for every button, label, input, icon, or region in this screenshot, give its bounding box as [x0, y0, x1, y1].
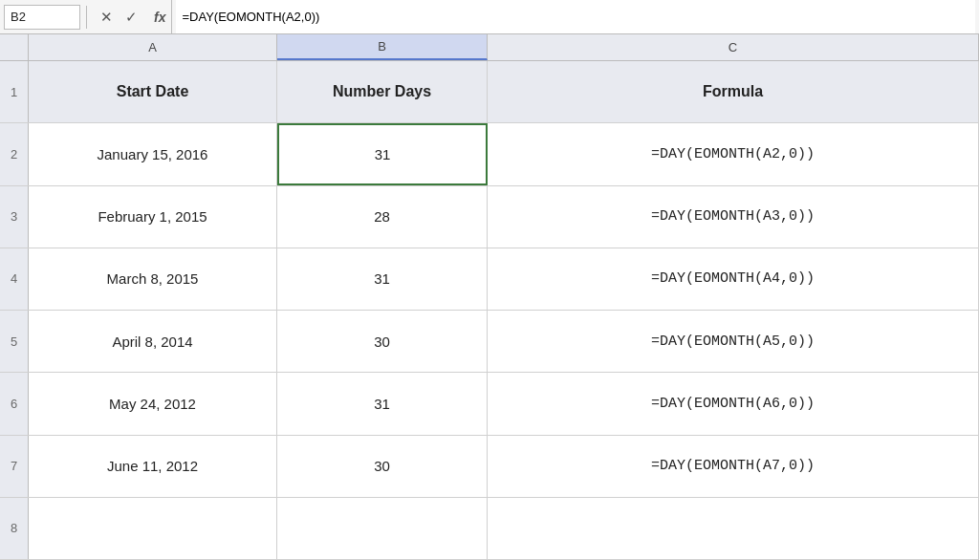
table-row: 5 April 8, 2014 30 =DAY(EOMONTH(A5,0)) — [0, 311, 979, 373]
cancel-icon[interactable]: ✕ — [97, 9, 116, 26]
cell-reference-box[interactable]: B2 — [4, 5, 80, 30]
cell-b4[interactable]: 31 — [277, 248, 488, 310]
confirm-icon[interactable]: ✓ — [121, 9, 141, 26]
table-row: 6 May 24, 2012 31 =DAY(EOMONTH(A6,0)) — [0, 373, 979, 435]
cell-c6[interactable]: =DAY(EOMONTH(A6,0)) — [488, 373, 979, 434]
cell-b8[interactable] — [277, 498, 488, 559]
formula-bar-divider — [86, 6, 87, 29]
cell-a4[interactable]: March 8, 2015 — [29, 248, 277, 310]
spreadsheet: A B C 1 Start Date Number Days Formula 2… — [0, 34, 979, 560]
cell-c7[interactable]: =DAY(EOMONTH(A7,0)) — [488, 436, 979, 497]
cell-c4[interactable]: =DAY(EOMONTH(A4,0)) — [488, 248, 979, 310]
row-num-header — [0, 34, 29, 60]
table-row: 3 February 1, 2015 28 =DAY(EOMONTH(A3,0)… — [0, 186, 979, 248]
cell-b5[interactable]: 30 — [277, 311, 488, 372]
empty-row: 8 — [0, 498, 979, 560]
header-start-date[interactable]: Start Date — [29, 61, 277, 122]
cell-a8[interactable] — [29, 498, 277, 559]
cell-b7[interactable]: 30 — [277, 436, 488, 497]
cell-c5[interactable]: =DAY(EOMONTH(A5,0)) — [488, 311, 979, 372]
cell-b6[interactable]: 31 — [277, 373, 488, 434]
row-num-6: 6 — [0, 373, 29, 434]
formula-input[interactable] — [176, 0, 975, 33]
formula-bar: B2 ✕ ✓ fx — [0, 0, 979, 34]
row-num-8: 8 — [0, 498, 29, 559]
column-headers: A B C — [0, 34, 979, 61]
row-num-7: 7 — [0, 436, 29, 497]
row-num-3: 3 — [0, 186, 29, 248]
table-body: 1 Start Date Number Days Formula 2 Janua… — [0, 61, 979, 560]
formula-bar-icons: ✕ ✓ — [93, 9, 144, 26]
row-num-5: 5 — [0, 311, 29, 372]
col-header-c[interactable]: C — [488, 34, 979, 60]
cell-c3[interactable]: =DAY(EOMONTH(A3,0)) — [488, 186, 979, 248]
table-row: 7 June 11, 2012 30 =DAY(EOMONTH(A7,0)) — [0, 436, 979, 498]
row-num-4: 4 — [0, 248, 29, 310]
row-num-2: 2 — [0, 123, 29, 184]
cell-a5[interactable]: April 8, 2014 — [29, 311, 277, 372]
cell-b3[interactable]: 28 — [277, 186, 488, 248]
cell-a6[interactable]: May 24, 2012 — [29, 373, 277, 434]
header-number-days[interactable]: Number Days — [277, 61, 488, 122]
col-header-b[interactable]: B — [277, 34, 488, 60]
row-num-1: 1 — [0, 61, 29, 122]
cell-c8[interactable] — [488, 498, 979, 559]
cell-b2[interactable]: 31 — [277, 123, 488, 184]
cell-a3[interactable]: February 1, 2015 — [29, 186, 277, 248]
header-formula[interactable]: Formula — [488, 61, 979, 122]
header-row: 1 Start Date Number Days Formula — [0, 61, 979, 123]
table-row: 2 January 15, 2016 31 =DAY(EOMONTH(A2,0)… — [0, 123, 979, 185]
table-row: 4 March 8, 2015 31 =DAY(EOMONTH(A4,0)) — [0, 248, 979, 311]
cell-a2[interactable]: January 15, 2016 — [29, 123, 277, 184]
cell-a7[interactable]: June 11, 2012 — [29, 436, 277, 497]
cell-c2[interactable]: =DAY(EOMONTH(A2,0)) — [488, 123, 979, 184]
cell-reference-label: B2 — [11, 10, 26, 24]
fx-label: fx — [148, 0, 172, 33]
col-header-a[interactable]: A — [29, 34, 277, 60]
